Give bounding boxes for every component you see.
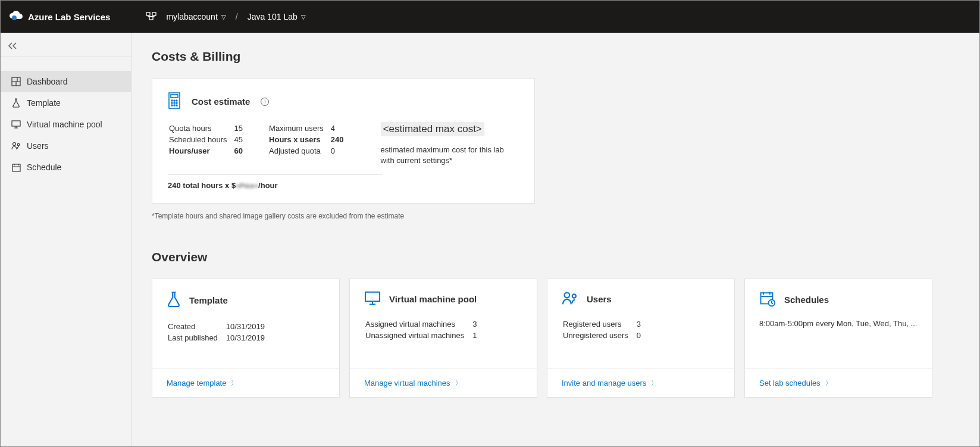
users-icon [562,291,578,307]
sidebar-item-label: Dashboard [27,77,68,86]
flask-icon [11,98,21,108]
breadcrumb: mylabaccount ▽ / Java 101 Lab ▽ [146,12,305,22]
svg-point-17 [171,105,173,106]
cost-card-title: Cost estimate [192,96,250,107]
svg-rect-8 [12,164,20,171]
product-logo-area[interactable]: Azure Lab Services [9,10,110,24]
sidebar-item-template[interactable]: Template [1,92,131,114]
svg-point-16 [176,102,177,104]
svg-point-14 [171,102,173,104]
svg-point-0 [12,15,17,20]
sidebar-collapse-button[interactable] [1,36,131,57]
azure-cloud-icon [9,10,23,24]
calendar-icon [11,162,21,172]
chevron-right-icon: 〉 [231,379,237,387]
sidebar-item-schedule[interactable]: Schedule [1,157,131,178]
double-chevron-left-icon [8,42,17,51]
product-title: Azure Lab Services [28,12,110,22]
topbar: Azure Lab Services mylabaccount ▽ / Java… [1,1,979,33]
svg-point-18 [174,105,175,106]
schedules-card: Schedules 8:00am-5:00pm every Mon, Tue, … [744,279,932,398]
svg-point-22 [572,295,576,298]
vmpool-card: Virtual machine pool Assigned virtual ma… [349,279,537,398]
users-info-table: Registered users3 Unregistered users0 [562,318,649,342]
schedule-summary: 8:00am-5:00pm every Mon, Tue, Wed, Thu, … [759,319,918,328]
svg-point-19 [176,105,177,106]
breadcrumb-separator: / [236,12,238,21]
dashboard-icon [11,77,21,86]
chevron-right-icon: 〉 [825,379,832,387]
users-icon [11,141,21,151]
set-schedules-link[interactable]: Set lab schedules 〉 [759,379,832,387]
chevron-down-icon: ▽ [301,14,306,20]
calculator-icon [168,92,183,111]
card-title: Virtual machine pool [389,294,477,304]
svg-point-7 [17,143,20,146]
cost-summary-line: 240 total hours x $<Price>/hour [168,181,519,190]
svg-point-11 [171,100,173,101]
lab-name: Java 101 Lab [248,12,298,21]
svg-rect-10 [171,95,178,98]
svg-rect-2 [152,12,156,15]
template-info-table: Created10/31/2019 Last published10/31/20… [167,320,273,344]
card-title: Users [587,294,612,304]
main-content: Costs & Billing Cost estimate i [131,33,979,446]
cost-mid-table: Maximum users4 Hours x users240 Adjusted… [268,122,350,157]
account-name: mylabaccount [166,12,217,21]
sidebar-item-vmpool[interactable]: Virtual machine pool [1,114,131,135]
chevron-right-icon: 〉 [455,379,462,387]
sidebar-item-label: Users [27,141,49,151]
info-icon[interactable]: i [261,98,269,106]
svg-point-15 [174,102,175,104]
sidebar-item-users[interactable]: Users [1,135,131,157]
template-card: Template Created10/31/2019 Last publishe… [152,279,340,398]
svg-rect-5 [12,121,20,126]
users-card: Users Registered users3 Unregistered use… [547,279,735,398]
monitor-icon [11,120,21,129]
cost-footnote: *Template hours and shared image gallery… [152,212,959,220]
svg-rect-20 [365,292,380,301]
lab-account-icon [146,12,156,22]
estimated-max-cost-value: <estimated max cost> [381,122,484,136]
vmpool-info-table: Assigned virtual machines3 Unassigned vi… [364,318,485,342]
chevron-right-icon: 〉 [651,379,657,387]
lab-breadcrumb[interactable]: Java 101 Lab ▽ [248,12,306,21]
manage-vms-link[interactable]: Manage virtual machines 〉 [364,379,462,387]
estimated-max-cost-desc: estimated maximum cost for this lab with… [381,145,519,166]
svg-rect-1 [146,12,150,15]
overview-heading: Overview [152,250,959,264]
sidebar-item-dashboard[interactable]: Dashboard [1,71,131,92]
manage-template-link[interactable]: Manage template 〉 [167,379,237,387]
svg-point-13 [176,100,177,101]
svg-point-21 [565,293,570,298]
svg-point-6 [13,143,16,146]
svg-point-12 [174,100,175,101]
svg-rect-3 [149,17,153,20]
account-breadcrumb[interactable]: mylabaccount ▽ [166,12,226,21]
calendar-clock-icon [759,291,776,308]
chevron-down-icon: ▽ [221,14,226,20]
card-title: Schedules [784,295,829,305]
cost-left-table: Quota hours15 Scheduled hours45 Hours/us… [168,122,250,157]
monitor-icon [364,291,381,307]
cost-estimate-card: Cost estimate i Quota hours15 Scheduled … [152,78,535,204]
sidebar-item-label: Virtual machine pool [27,120,102,129]
sidebar: Dashboard Template Virtual machine pool [1,33,131,446]
flask-icon [167,291,181,310]
manage-users-link[interactable]: Invite and manage users 〉 [562,379,657,387]
card-title: Template [189,295,228,305]
sidebar-item-label: Schedule [27,162,61,172]
costs-heading: Costs & Billing [152,49,959,64]
sidebar-item-label: Template [27,98,61,108]
